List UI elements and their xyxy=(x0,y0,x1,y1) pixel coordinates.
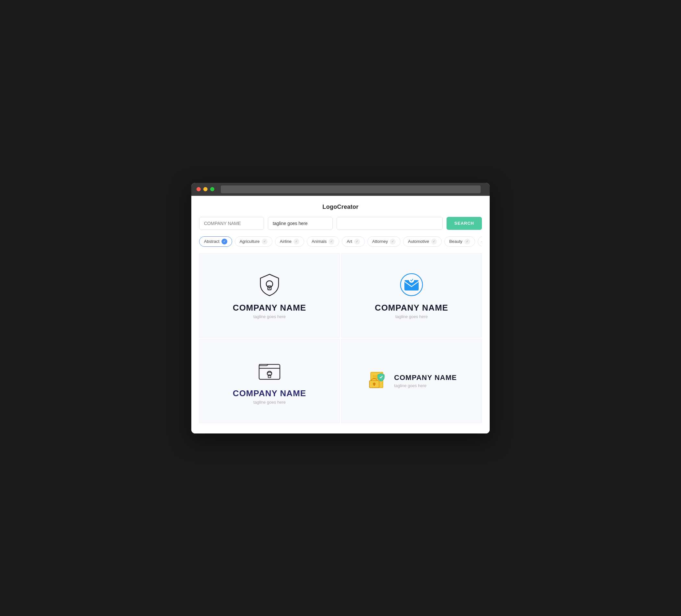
category-pill-agriculture[interactable]: Agriculture✓ xyxy=(235,236,272,247)
category-pill-attorney[interactable]: Attorney✓ xyxy=(368,236,401,247)
categories-next-button[interactable]: → xyxy=(478,236,482,247)
logo-1-tagline: tagline goes here xyxy=(253,314,286,319)
logo-icon-1 xyxy=(256,272,282,299)
category-label-abstract: Abstract xyxy=(204,239,220,244)
extra-input[interactable] xyxy=(336,217,443,230)
logo-card-3[interactable]: COMPANY NAME tagline goes here xyxy=(199,339,340,423)
logo-4-text-group: COMPANY NAME tagline goes here xyxy=(394,374,457,388)
logo-1-company: COMPANY NAME xyxy=(233,303,306,313)
logo-card-2[interactable]: COMPANY NAME tagline goes here xyxy=(341,253,482,337)
tagline-input[interactable] xyxy=(268,217,333,230)
logo-3-company: COMPANY NAME xyxy=(233,388,306,399)
search-button[interactable]: SEARCH xyxy=(447,217,482,230)
category-check-agriculture: ✓ xyxy=(262,239,268,245)
svg-point-9 xyxy=(269,375,270,376)
company-name-input[interactable] xyxy=(199,217,264,230)
category-label-attorney: Attorney xyxy=(372,239,388,244)
address-bar xyxy=(221,185,481,193)
logo-grid: COMPANY NAME tagline goes here COMPANY N… xyxy=(199,253,482,423)
logo-4-tagline: tagline goes here xyxy=(394,383,457,388)
category-label-animals: Animals xyxy=(312,239,327,244)
category-check-abstract: ✓ xyxy=(222,239,227,245)
logo-2-tagline: tagline goes here xyxy=(395,314,428,319)
search-row: SEARCH xyxy=(199,217,482,230)
category-label-automotive: Automotive xyxy=(408,239,429,244)
category-label-agriculture: Agriculture xyxy=(239,239,260,244)
category-pill-abstract[interactable]: Abstract✓ xyxy=(199,236,232,247)
category-pill-automotive[interactable]: Automotive✓ xyxy=(403,236,442,247)
svg-point-5 xyxy=(409,278,414,283)
svg-rect-13 xyxy=(374,384,375,386)
category-label-art: Art xyxy=(347,239,352,244)
categories-row: Abstract✓Agriculture✓Airline✓Animals✓Art… xyxy=(199,235,482,248)
close-button[interactable] xyxy=(197,187,201,191)
app-title: LogoCreator xyxy=(199,204,482,210)
category-label-airline: Airline xyxy=(280,239,292,244)
browser-titlebar xyxy=(191,183,490,196)
category-check-automotive: ✓ xyxy=(431,239,437,245)
logo-card-4[interactable]: COMPANY NAME tagline goes here xyxy=(341,339,482,423)
category-check-airline: ✓ xyxy=(294,239,299,245)
logo-2-company: COMPANY NAME xyxy=(375,303,448,313)
category-label-beauty: Beauty xyxy=(449,239,462,244)
logo-4-company: COMPANY NAME xyxy=(394,374,457,382)
logo-icon-3 xyxy=(256,357,282,385)
logo-3-tagline: tagline goes here xyxy=(253,400,286,405)
category-check-animals: ✓ xyxy=(328,239,334,245)
logo-icon-2 xyxy=(399,272,425,299)
logo-card-1[interactable]: COMPANY NAME tagline goes here xyxy=(199,253,340,337)
minimize-button[interactable] xyxy=(203,187,207,191)
category-check-art: ✓ xyxy=(354,239,360,245)
category-pill-animals[interactable]: Animals✓ xyxy=(307,236,339,247)
browser-window: LogoCreator SEARCH Abstract✓Agriculture✓… xyxy=(191,183,490,434)
category-pill-art[interactable]: Art✓ xyxy=(342,236,365,247)
logo-icon-4 xyxy=(366,369,389,393)
category-check-beauty: ✓ xyxy=(464,239,470,245)
maximize-button[interactable] xyxy=(210,187,215,191)
category-pill-airline[interactable]: Airline✓ xyxy=(275,236,304,247)
category-check-attorney: ✓ xyxy=(390,239,396,245)
app-content: LogoCreator SEARCH Abstract✓Agriculture✓… xyxy=(191,196,490,434)
category-pill-beauty[interactable]: Beauty✓ xyxy=(444,236,475,247)
svg-rect-6 xyxy=(259,364,280,379)
